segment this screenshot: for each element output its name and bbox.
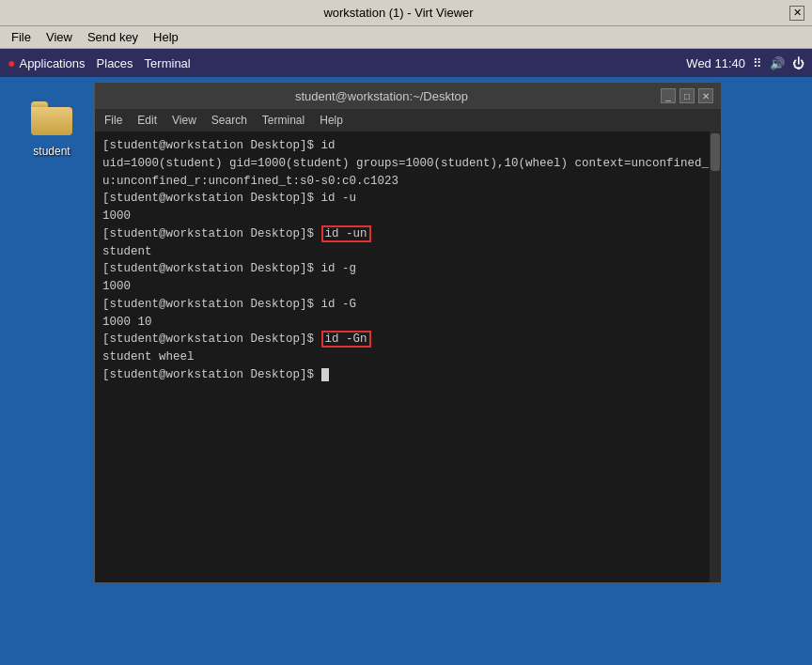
folder-icon [29,96,74,141]
menu-sendkey[interactable]: Send key [80,28,146,46]
terminal-line-4: 1000 [102,208,713,225]
terminal-titlebar: student@workstation:~/Desktop _ □ ✕ [95,83,721,109]
terminal-close-button[interactable]: ✕ [698,88,713,103]
terminal-menu[interactable]: Terminal [145,56,191,70]
menu-view[interactable]: View [39,28,80,46]
applications-label: Applications [19,56,85,70]
terminal-title: student@workstation:~/Desktop [102,89,661,103]
topbar-right: Wed 11:40 ⠿ 🔊 ⏻ [686,56,804,70]
desktop-topbar: ● Applications Places Terminal Wed 11:40… [0,49,812,77]
terminal-maximize-button[interactable]: □ [679,88,695,103]
title-bar-title: workstation (1) - Virt Viewer [8,6,789,20]
terminal-line-10: 1000 10 [102,314,713,332]
topbar-left: ● Applications Places Terminal [8,55,191,70]
desktop-icon-student[interactable]: student [14,96,89,158]
volume-icon[interactable]: 🔊 [770,56,785,70]
terminal-line-0: [student@workstation Desktop]$ id [102,137,713,155]
terminal-line-2: u:unconfined_r:unconfined_t:s0-s0:c0.c10… [102,173,713,191]
highlight-id-un: id -un [321,225,371,242]
terminal-line-1: uid=1000(student) gid=1000(student) grou… [102,155,713,173]
terminal-body[interactable]: [student@workstation Desktop]$ id uid=10… [95,131,721,582]
highlight-id-gn: id -Gn [321,331,371,348]
terminal-menu-help[interactable]: Help [314,112,349,129]
topbar-nav: Places Terminal [97,56,191,70]
network-icon[interactable]: ⠿ [753,56,762,70]
places-menu[interactable]: Places [97,56,133,70]
terminal-window: student@workstation:~/Desktop _ □ ✕ File… [94,82,722,583]
menu-help[interactable]: Help [146,28,186,46]
apps-dot-icon: ● [8,55,15,70]
terminal-menubar: File Edit View Search Terminal Help [95,109,721,131]
terminal-line-13: [student@workstation Desktop]$ [102,366,713,384]
terminal-line-7: [student@workstation Desktop]$ id -g [102,260,713,278]
terminal-cursor [321,368,329,381]
terminal-line-3: [student@workstation Desktop]$ id -u [102,190,713,208]
terminal-menu-file[interactable]: File [99,112,128,129]
student-icon-label: student [33,145,70,158]
clock: Wed 11:40 [686,56,745,70]
title-bar: workstation (1) - Virt Viewer ✕ [0,0,812,26]
terminal-line-11: [student@workstation Desktop]$ id -Gn [102,331,713,348]
terminal-line-12: student wheel [102,348,713,366]
terminal-controls: _ □ ✕ [661,88,713,103]
terminal-menu-search[interactable]: Search [206,112,253,129]
power-icon[interactable]: ⏻ [792,56,804,70]
desktop: student Trash student@workstation:~/Desk… [0,77,812,665]
close-button[interactable]: ✕ [789,6,804,21]
terminal-menu-view[interactable]: View [166,112,202,129]
terminal-line-9: [student@workstation Desktop]$ id -G [102,296,713,314]
terminal-line-5: [student@workstation Desktop]$ id -un [102,225,713,243]
app-menubar: File View Send key Help [0,26,812,49]
terminal-line-6: student [102,243,713,261]
terminal-menu-edit[interactable]: Edit [132,112,163,129]
applications-menu[interactable]: ● Applications [8,55,86,70]
terminal-menu-terminal[interactable]: Terminal [257,112,310,129]
terminal-scrollbar[interactable] [710,131,721,582]
terminal-scrollbar-thumb[interactable] [710,133,720,171]
terminal-minimize-button[interactable]: _ [661,88,676,103]
menu-file[interactable]: File [4,28,39,46]
terminal-line-8: 1000 [102,278,713,296]
